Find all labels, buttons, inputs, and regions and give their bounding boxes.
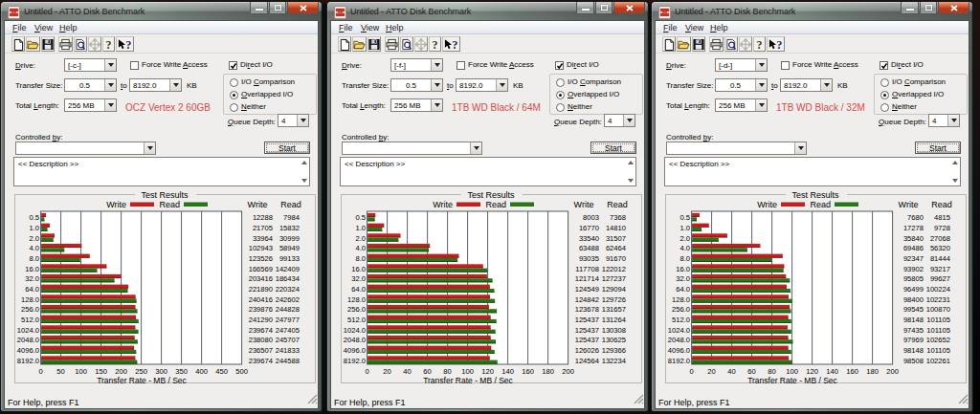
svg-text:98400: 98400: [903, 295, 924, 304]
svg-text:64.0: 64.0: [25, 285, 39, 294]
svg-text:16.0: 16.0: [25, 265, 39, 273]
svg-text:124564: 124564: [575, 357, 599, 365]
svg-text:4096.0: 4096.0: [668, 346, 690, 355]
svg-text:0.5: 0.5: [355, 213, 366, 222]
svg-text:200: 200: [115, 367, 127, 376]
svg-text:96499: 96499: [903, 285, 924, 294]
svg-text:8192.0: 8192.0: [17, 357, 39, 365]
svg-text:97435: 97435: [903, 326, 924, 335]
svg-text:129366: 129366: [602, 346, 626, 355]
svg-text:Write: Write: [248, 200, 268, 209]
svg-text:12288: 12288: [253, 213, 273, 222]
svg-text:?: ?: [757, 38, 763, 51]
svg-text:100: 100: [786, 367, 798, 376]
svg-text:1.0: 1.0: [679, 224, 690, 232]
svg-text:98508: 98508: [903, 357, 924, 365]
svg-text:1024.0: 1024.0: [668, 326, 690, 335]
svg-text:2.0: 2.0: [29, 234, 39, 243]
svg-text:?: ?: [106, 38, 112, 51]
svg-text:200: 200: [886, 367, 899, 376]
svg-text:8003: 8003: [583, 213, 599, 222]
svg-text:4.0: 4.0: [355, 244, 366, 252]
svg-text:7680: 7680: [907, 213, 924, 222]
svg-text:99545: 99545: [903, 305, 924, 314]
svg-text:123678: 123678: [575, 305, 599, 314]
svg-text:56320: 56320: [930, 244, 950, 252]
svg-text:0: 0: [689, 367, 693, 376]
svg-text:2.0: 2.0: [355, 234, 366, 243]
svg-text:132234: 132234: [602, 357, 626, 365]
svg-text:99133: 99133: [279, 254, 300, 263]
svg-text:40: 40: [727, 367, 735, 376]
svg-text:Transfer Rate - MB / Sec: Transfer Rate - MB / Sec: [747, 376, 837, 385]
svg-text:125437: 125437: [575, 336, 599, 344]
svg-text:Test Results: Test Results: [791, 190, 839, 200]
svg-text:4.0: 4.0: [679, 244, 690, 252]
svg-text:?: ?: [776, 38, 782, 51]
svg-text:69486: 69486: [903, 244, 924, 252]
svg-text:1024.0: 1024.0: [344, 326, 366, 335]
svg-text:9728: 9728: [934, 224, 950, 232]
svg-text:33964: 33964: [253, 234, 273, 243]
svg-text:241833: 241833: [276, 346, 300, 355]
svg-text:2.0: 2.0: [679, 234, 690, 243]
svg-text:60: 60: [747, 367, 755, 376]
svg-text:81444: 81444: [930, 254, 950, 263]
svg-text:120: 120: [481, 367, 494, 376]
svg-text:131264: 131264: [602, 316, 626, 324]
svg-text:102261: 102261: [926, 357, 950, 365]
svg-text:20: 20: [707, 367, 715, 376]
svg-text:40: 40: [403, 367, 411, 376]
svg-text:1024.0: 1024.0: [17, 326, 39, 335]
svg-text:32.0: 32.0: [676, 274, 690, 283]
svg-text:128.0: 128.0: [21, 295, 39, 304]
svg-text:91670: 91670: [606, 254, 626, 263]
svg-text:245707: 245707: [276, 336, 300, 344]
svg-text:14810: 14810: [606, 224, 626, 232]
svg-text:128.0: 128.0: [347, 295, 366, 304]
svg-text:129726: 129726: [602, 295, 626, 304]
svg-text:?: ?: [433, 38, 438, 51]
svg-text:4815: 4815: [934, 213, 950, 222]
svg-text:17278: 17278: [903, 224, 924, 232]
svg-text:4096.0: 4096.0: [344, 346, 366, 355]
svg-text:101105: 101105: [926, 316, 950, 324]
svg-text:256.0: 256.0: [672, 305, 690, 314]
svg-text:Read: Read: [280, 200, 301, 209]
svg-text:Write: Write: [106, 200, 126, 209]
svg-text:203416: 203416: [249, 274, 273, 283]
svg-text:31507: 31507: [606, 234, 626, 243]
svg-text:238080: 238080: [249, 336, 273, 344]
svg-text:64.0: 64.0: [351, 285, 366, 294]
svg-text:200: 200: [562, 367, 574, 376]
svg-text:97969: 97969: [903, 336, 924, 344]
svg-text:239876: 239876: [249, 305, 273, 314]
svg-text:117708: 117708: [575, 265, 599, 273]
svg-text:58949: 58949: [279, 244, 300, 252]
svg-text:8192.0: 8192.0: [344, 357, 366, 365]
svg-text:101105: 101105: [926, 346, 950, 355]
svg-text:130625: 130625: [602, 336, 626, 344]
svg-text:20: 20: [383, 367, 390, 376]
svg-text:8192.0: 8192.0: [668, 357, 690, 365]
svg-text:8.0: 8.0: [355, 254, 366, 263]
svg-text:102943: 102943: [249, 244, 273, 252]
svg-text:Write: Write: [433, 200, 453, 209]
svg-text:101105: 101105: [926, 326, 950, 335]
svg-text:63488: 63488: [579, 244, 599, 252]
svg-text:Test Results: Test Results: [467, 190, 515, 200]
svg-text:32.0: 32.0: [25, 274, 39, 283]
svg-text:1.0: 1.0: [355, 224, 366, 232]
svg-text:8.0: 8.0: [29, 254, 39, 263]
svg-text:512.0: 512.0: [672, 316, 690, 324]
svg-text:220324: 220324: [276, 285, 300, 294]
svg-text:247977: 247977: [276, 316, 300, 324]
svg-text:Read: Read: [485, 200, 506, 209]
svg-text:16770: 16770: [579, 224, 599, 232]
svg-text:160: 160: [846, 367, 858, 376]
svg-text:7984: 7984: [283, 213, 300, 222]
svg-text:100: 100: [461, 367, 474, 376]
svg-text:92347: 92347: [903, 254, 924, 263]
svg-text:1.0: 1.0: [29, 224, 39, 232]
svg-text:Write: Write: [574, 200, 594, 209]
